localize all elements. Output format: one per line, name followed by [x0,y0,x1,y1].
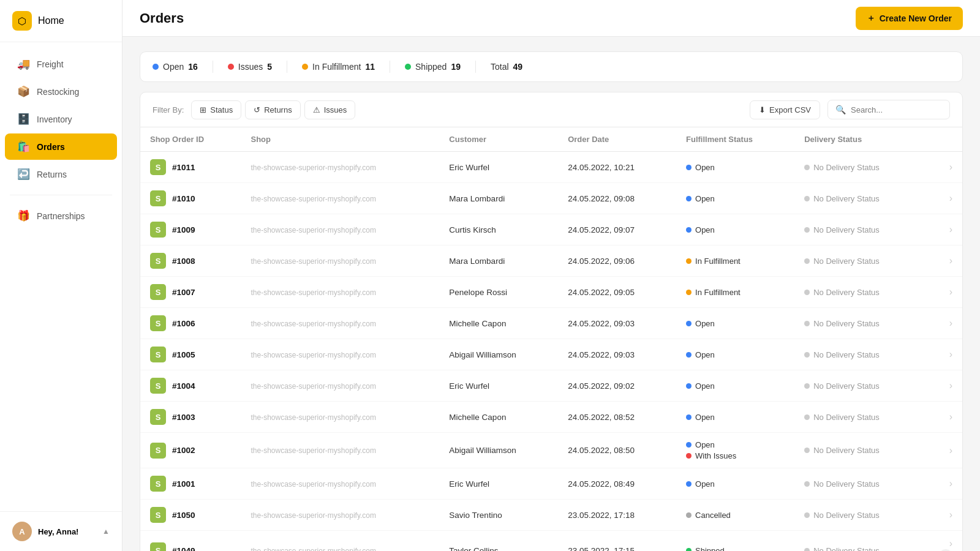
shop-url: the-showcase-superior-myshopify.com [251,446,376,455]
table-row[interactable]: S#1001the-showcase-superior-myshopify.co… [140,468,962,500]
plus-icon: ＋ [867,13,875,24]
row-chevron-cell[interactable]: › [924,370,962,402]
row-chevron-cell[interactable]: › [924,339,962,370]
chevron-right-icon: › [949,193,952,203]
sidebar-item-returns[interactable]: ↩️ Returns [5,161,117,187]
date-cell: 24.05.2022, 08:52 [558,402,676,433]
date-cell: 24.05.2022, 09:08 [558,183,676,214]
sidebar-item-restocking[interactable]: 📦 Restocking [5,78,117,105]
customer-cell: Mara Lombardi [439,183,558,214]
sidebar-item-orders-label: Orders [37,142,65,152]
shopify-icon: S [150,284,166,300]
table-row[interactable]: S#1007the-showcase-superior-myshopify.co… [140,277,962,308]
returns-filter-button[interactable]: ↺ Returns [245,100,301,119]
row-chevron-cell[interactable]: › [924,246,962,277]
row-chevron-cell[interactable]: › [924,183,962,214]
stat-total: Total 49 [491,62,522,72]
sidebar-item-inventory-label: Inventory [37,114,72,124]
chevron-right-icon: › [949,162,952,172]
shop-cell: the-showcase-superior-myshopify.com [241,214,439,246]
shop-cell: the-showcase-superior-myshopify.com [241,277,439,308]
sidebar-item-inventory[interactable]: 🗄️ Inventory [5,106,117,132]
sidebar-item-restocking-label: Restocking [37,87,79,97]
row-chevron-cell[interactable]: › [924,152,962,183]
shop-url: the-showcase-superior-myshopify.com [251,413,376,422]
date-cell: 24.05.2022, 09:03 [558,308,676,339]
table-row[interactable]: S#1049the-showcase-superior-myshopify.co… [140,531,962,552]
main-area: Orders ＋ Create New Order Open 16 Issues… [123,0,980,551]
sidebar-item-orders[interactable]: 🛍️ Orders [5,133,117,160]
shopify-icon: S [150,253,166,269]
table-row[interactable]: S#1002the-showcase-superior-myshopify.co… [140,433,962,468]
row-chevron-cell[interactable]: › [924,402,962,433]
shopify-icon: S [150,476,166,492]
order-id-cell: S#1009 [140,214,241,246]
table-row[interactable]: S#1004the-showcase-superior-myshopify.co… [140,370,962,402]
table-row[interactable]: S#1003the-showcase-superior-myshopify.co… [140,402,962,433]
shop-cell: the-showcase-superior-myshopify.com [241,246,439,277]
sidebar-item-freight[interactable]: 🚚 Freight [5,51,117,77]
fulfillment-cell: In Fulfillment [676,246,794,277]
table-row[interactable]: S#1009the-showcase-superior-myshopify.co… [140,214,962,246]
shop-url: the-showcase-superior-myshopify.com [251,226,376,234]
shop-cell: the-showcase-superior-myshopify.com [241,308,439,339]
total-count: 49 [513,62,523,72]
export-label: Export CSV [769,105,811,114]
table-row[interactable]: S#1006the-showcase-superior-myshopify.co… [140,308,962,339]
inventory-icon: 🗄️ [17,113,29,126]
customer-cell: Abigail Williamson [439,339,558,370]
order-id: #1010 [172,194,195,203]
sidebar-user[interactable]: A Hey, Anna! ▲ [0,511,122,551]
issues-label: Issues [238,62,263,72]
chevron-up-icon: ▲ [102,527,110,536]
status-filter-button[interactable]: ⊞ Status [191,100,241,119]
stat-divider-1 [213,61,213,73]
date-cell: 23.05.2022, 17:15 [558,531,676,552]
order-id: #1007 [172,288,195,297]
order-id-cell: S#1049 [140,531,241,552]
shipped-dot [405,64,411,70]
delivery-cell: No Delivery Status [794,339,924,370]
row-chevron-cell[interactable]: › [924,214,962,246]
table-row[interactable]: S#1011the-showcase-superior-myshopify.co… [140,152,962,183]
shopify-icon: S [150,315,166,331]
row-chevron-cell[interactable]: › [924,468,962,500]
issues-dot [228,64,234,70]
shopify-icon: S [150,507,166,523]
fulfillment-cell: Open [676,308,794,339]
shop-url: the-showcase-superior-myshopify.com [251,163,376,172]
date-cell: 24.05.2022, 09:03 [558,339,676,370]
table-row[interactable]: S#1050the-showcase-superior-myshopify.co… [140,500,962,531]
restocking-icon: 📦 [17,85,29,98]
col-date: Order Date [558,127,676,152]
returns-filter-label: Returns [264,105,292,114]
shop-url: the-showcase-superior-myshopify.com [251,547,376,552]
shopify-icon: S [150,347,166,362]
shop-url: the-showcase-superior-myshopify.com [251,351,376,359]
order-id-cell: S#1004 [140,370,241,402]
search-input[interactable] [851,105,942,114]
search-box[interactable]: 🔍 [827,100,950,119]
shopify-icon: S [150,542,166,551]
table-row[interactable]: S#1010the-showcase-superior-myshopify.co… [140,183,962,214]
fulfillment-cell: Shipped [676,531,794,552]
row-chevron-cell[interactable]: › [924,433,962,468]
sidebar-logo[interactable]: ⬡ Home [0,0,122,42]
row-chevron-cell[interactable]: ›? [924,531,962,552]
row-chevron-cell[interactable]: › [924,500,962,531]
chevron-right-icon: › [949,287,952,297]
order-id: #1001 [172,479,195,489]
table-row[interactable]: S#1005the-showcase-superior-myshopify.co… [140,339,962,370]
sidebar-item-partnerships[interactable]: 🎁 Partnerships [5,203,117,229]
delivery-cell: No Delivery Status [794,246,924,277]
col-delivery: Delivery Status [794,127,924,152]
shop-url: the-showcase-superior-myshopify.com [251,480,376,489]
row-chevron-cell[interactable]: › [924,308,962,339]
fulfillment-cell: Open [676,402,794,433]
create-order-button[interactable]: ＋ Create New Order [856,7,963,30]
shop-cell: the-showcase-superior-myshopify.com [241,433,439,468]
export-csv-button[interactable]: ⬇ Export CSV [750,100,820,119]
issues-filter-button[interactable]: ⚠ Issues [304,100,356,119]
row-chevron-cell[interactable]: › [924,277,962,308]
table-row[interactable]: S#1008the-showcase-superior-myshopify.co… [140,246,962,277]
